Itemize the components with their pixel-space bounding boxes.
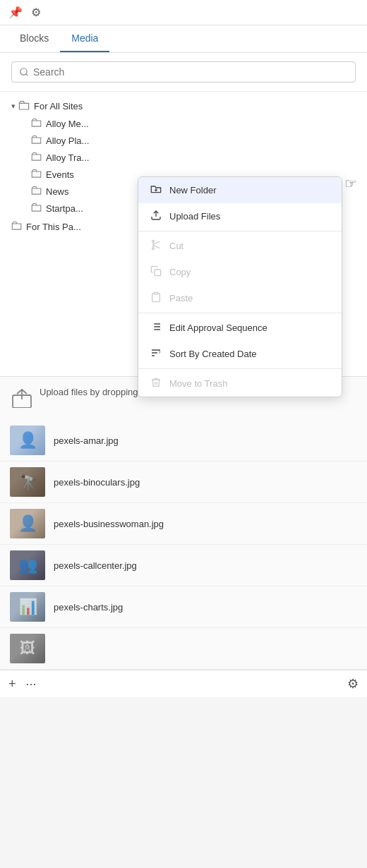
file-thumbnail: 🖼 bbox=[10, 634, 45, 663]
file-item-extra[interactable]: 🖼 bbox=[0, 628, 367, 670]
tree-item-label: Events bbox=[46, 169, 74, 180]
image-icon: 🖼 bbox=[20, 639, 35, 658]
folder-icon bbox=[31, 135, 42, 146]
file-name: pexels-charts.jpg bbox=[54, 602, 123, 613]
cut-label: Cut bbox=[169, 241, 184, 251]
svg-point-5 bbox=[152, 248, 155, 250]
list-item[interactable]: Alloy Pla... bbox=[20, 132, 367, 149]
folder-icon bbox=[31, 186, 42, 197]
context-menu-new-folder[interactable]: New Folder bbox=[138, 177, 342, 203]
file-item-businesswoman[interactable]: 👤 pexels-businesswoman.jpg bbox=[0, 503, 367, 545]
paste-label: Paste bbox=[169, 293, 193, 303]
file-thumbnail: 🔭 bbox=[10, 467, 45, 497]
svg-rect-11 bbox=[154, 292, 157, 294]
tree-item-label: Startpa... bbox=[46, 203, 83, 214]
context-menu-paste: Paste bbox=[138, 285, 342, 311]
file-thumbnail: 👤 bbox=[10, 426, 45, 455]
menu-divider bbox=[138, 313, 342, 313]
context-menu-copy: Copy bbox=[138, 259, 342, 285]
svg-point-6 bbox=[152, 240, 155, 242]
context-menu: New Folder Upload Files bbox=[138, 176, 342, 397]
sort-label: Sort By Created Date bbox=[169, 349, 257, 359]
folder-icon bbox=[31, 203, 42, 214]
file-name: pexels-amar.jpg bbox=[54, 435, 119, 446]
copy-label: Copy bbox=[169, 267, 191, 277]
top-bar: 📌 ⚙ bbox=[0, 0, 367, 25]
context-menu-sort[interactable]: Sort By Created Date bbox=[138, 341, 342, 367]
file-thumbnail: 👤 bbox=[10, 509, 45, 538]
file-item-amar[interactable]: 👤 pexels-amar.jpg bbox=[0, 420, 367, 462]
for-this-page-label: For This Pa... bbox=[26, 222, 81, 232]
trash-icon bbox=[150, 377, 162, 390]
binoculars-icon: 🔭 bbox=[18, 473, 37, 491]
file-tree: ▾ For All Sites Alloy Me... bbox=[0, 92, 367, 376]
add-button[interactable]: + bbox=[8, 677, 16, 692]
tab-media[interactable]: Media bbox=[60, 25, 109, 52]
copy-icon bbox=[150, 265, 162, 279]
menu-divider bbox=[138, 231, 342, 231]
upload-drop-icon bbox=[11, 388, 32, 410]
search-input-wrap[interactable] bbox=[11, 61, 356, 83]
context-menu-edit-approval[interactable]: Edit Approval Sequence bbox=[138, 315, 342, 341]
tab-blocks[interactable]: Blocks bbox=[8, 25, 60, 52]
chevron-down-icon: ▾ bbox=[11, 102, 16, 111]
upload-files-label: Upload Files bbox=[169, 211, 220, 222]
search-input[interactable] bbox=[33, 66, 348, 78]
person-icon: 👤 bbox=[18, 431, 37, 450]
upload-icon bbox=[150, 210, 162, 223]
list-item[interactable]: Alloy Tra... bbox=[20, 149, 367, 166]
sort-icon bbox=[150, 347, 162, 361]
context-menu-trash: Move to Trash bbox=[138, 370, 342, 397]
search-icon bbox=[19, 67, 29, 77]
file-list: 👤 pexels-amar.jpg 🔭 pexels-binoculars.jp… bbox=[0, 420, 367, 670]
folder-icon bbox=[31, 169, 42, 180]
folder-icon bbox=[11, 221, 22, 232]
tree-item-label: Alloy Me... bbox=[46, 119, 89, 129]
tree-item-label: Alloy Pla... bbox=[46, 135, 89, 146]
settings-icon[interactable]: ⚙ bbox=[31, 6, 41, 19]
file-name: pexels-businesswoman.jpg bbox=[54, 519, 164, 529]
bottom-toolbar: + ··· ⚙ bbox=[0, 670, 367, 697]
edit-approval-label: Edit Approval Sequence bbox=[169, 323, 267, 333]
trash-label: Move to Trash bbox=[169, 378, 227, 389]
svg-point-0 bbox=[20, 68, 27, 75]
file-item-charts[interactable]: 📊 pexels-charts.jpg bbox=[0, 586, 367, 628]
folder-icon bbox=[31, 118, 42, 129]
context-menu-upload-files[interactable]: Upload Files bbox=[138, 203, 342, 229]
person-icon: 👤 bbox=[18, 514, 37, 533]
group-icon: 👥 bbox=[18, 556, 37, 574]
more-options-button[interactable]: ··· bbox=[26, 677, 37, 692]
search-bar bbox=[0, 53, 367, 92]
context-menu-cut: Cut bbox=[138, 233, 342, 259]
new-folder-label: New Folder bbox=[169, 185, 216, 195]
file-item-callcenter[interactable]: 👥 pexels-callcenter.jpg bbox=[0, 545, 367, 586]
tree-item-label: News bbox=[46, 186, 69, 197]
svg-rect-10 bbox=[155, 270, 161, 276]
tree-root[interactable]: ▾ For All Sites bbox=[0, 97, 367, 115]
tabs-bar: Blocks Media bbox=[0, 25, 367, 53]
settings-button[interactable]: ⚙ bbox=[347, 676, 359, 692]
file-thumbnail: 📊 bbox=[10, 592, 45, 622]
pin-icon: 📌 bbox=[8, 6, 23, 19]
tree-root-label: For All Sites bbox=[34, 101, 83, 111]
folder-icon bbox=[18, 100, 30, 112]
folder-plus-icon bbox=[150, 183, 162, 197]
file-name: pexels-binoculars.jpg bbox=[54, 477, 140, 488]
main-panel: ▾ For All Sites Alloy Me... bbox=[0, 53, 367, 376]
list-icon bbox=[150, 321, 162, 334]
tree-item-label: Alloy Tra... bbox=[46, 152, 89, 163]
menu-divider bbox=[138, 368, 342, 369]
cut-icon bbox=[150, 239, 162, 253]
list-item[interactable]: Alloy Me... bbox=[20, 115, 367, 132]
paste-icon bbox=[150, 291, 162, 305]
file-thumbnail: 👥 bbox=[10, 550, 45, 580]
file-item-binoculars[interactable]: 🔭 pexels-binoculars.jpg bbox=[0, 462, 367, 503]
chart-icon: 📊 bbox=[18, 598, 37, 616]
file-name: pexels-callcenter.jpg bbox=[54, 560, 137, 571]
folder-icon bbox=[31, 152, 42, 163]
svg-line-1 bbox=[26, 74, 28, 76]
